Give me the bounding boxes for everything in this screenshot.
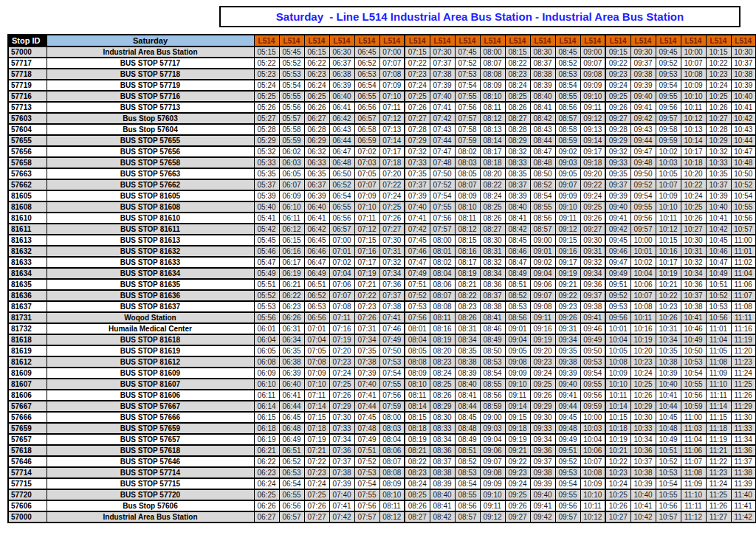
stop-id-cell: 57714 <box>8 467 47 478</box>
time-cell: 09:07 <box>580 58 605 69</box>
time-cell: 10:37 <box>706 179 731 190</box>
time-cell: 11:40 <box>731 489 756 500</box>
time-cell: 10:57 <box>731 224 756 235</box>
page-title: Saturday - Line L514 Industrial Area Bus… <box>276 10 684 23</box>
time-cell: 09:40 <box>555 379 580 390</box>
time-cell: 06:47 <box>304 257 329 268</box>
time-cell: 07:35 <box>405 168 430 179</box>
time-cell: 08:59 <box>480 401 505 412</box>
time-cell: 07:34 <box>329 434 354 445</box>
table-row: 81611BUS STOP 8161105:4206:1206:4206:570… <box>8 224 756 235</box>
table-row: 57719BUS STOP 5771905:2405:5406:2406:390… <box>8 80 756 91</box>
time-cell: 07:13 <box>379 124 405 135</box>
time-cell: 11:00 <box>731 235 756 246</box>
time-cell: 08:40 <box>455 379 480 390</box>
time-cell: 06:23 <box>279 301 304 312</box>
time-cell: 11:23 <box>706 467 731 478</box>
time-cell: 11:19 <box>706 434 731 445</box>
line-header: L514 <box>430 35 455 46</box>
time-cell: 06:42 <box>329 113 354 124</box>
time-cell: 08:11 <box>455 213 480 224</box>
table-row: 57656BUS STOP 5765605:3206:0206:3206:470… <box>8 146 756 157</box>
time-cell: 06:54 <box>354 80 379 91</box>
time-cell: 06:29 <box>304 135 329 146</box>
time-cell: 07:11 <box>379 102 405 113</box>
table-row: 81609BUS STOP 8160906:0906:3907:0907:240… <box>8 368 756 379</box>
time-cell: 09:27 <box>580 224 605 235</box>
time-cell: 08:27 <box>480 224 505 235</box>
time-cell: 08:22 <box>505 58 530 69</box>
stop-name-cell: BUS STOP 57714 <box>47 467 254 478</box>
time-cell: 07:44 <box>354 401 379 412</box>
time-cell: 09:59 <box>580 401 605 412</box>
line-header: L514 <box>630 35 656 46</box>
time-cell: 06:37 <box>329 58 354 69</box>
stop-name-cell: BUS STOP 81608 <box>47 201 254 213</box>
time-cell: 05:32 <box>254 146 279 157</box>
time-cell: 06:40 <box>279 379 304 390</box>
time-cell: 06:51 <box>279 445 304 456</box>
line-header: L514 <box>555 35 580 46</box>
time-cell: 06:34 <box>279 334 304 345</box>
time-cell: 09:34 <box>530 434 555 445</box>
time-cell: 08:24 <box>430 368 455 379</box>
time-cell: 10:08 <box>681 69 706 80</box>
time-cell: 11:23 <box>731 356 756 368</box>
table-row: 81632BUS STOP 8163205:4606:1606:4607:010… <box>8 246 756 257</box>
time-cell: 10:15 <box>656 235 681 246</box>
time-cell: 08:01 <box>430 246 455 257</box>
time-cell: 11:11 <box>681 500 706 511</box>
time-cell: 11:14 <box>706 401 731 412</box>
time-cell: 10:36 <box>681 279 706 290</box>
time-cell: 11:01 <box>731 246 756 257</box>
time-cell: 11:21 <box>706 445 731 456</box>
time-cell: 09:41 <box>580 312 605 323</box>
time-cell: 09:54 <box>555 478 580 489</box>
time-cell: 07:52 <box>354 456 379 467</box>
time-cell: 11:04 <box>681 434 706 445</box>
time-cell: 08:30 <box>480 235 505 246</box>
time-cell: 10:14 <box>605 401 630 412</box>
time-cell: 07:36 <box>329 445 354 456</box>
table-row: 81636BUS STOP 8163605:5206:2206:5207:070… <box>8 290 756 301</box>
stop-name-cell: Woqod Station <box>47 312 254 323</box>
time-cell: 11:09 <box>706 368 731 379</box>
time-cell: 06:53 <box>354 69 379 80</box>
time-cell: 06:37 <box>304 179 329 190</box>
time-cell: 07:33 <box>329 423 354 434</box>
time-cell: 07:40 <box>405 201 430 213</box>
time-cell: 07:23 <box>304 467 329 478</box>
time-cell: 10:10 <box>656 201 681 213</box>
time-cell: 10:38 <box>681 301 706 312</box>
time-cell: 06:55 <box>354 91 379 102</box>
time-cell: 10:43 <box>731 124 756 135</box>
time-cell: 05:35 <box>254 168 279 179</box>
time-cell: 07:26 <box>405 102 430 113</box>
time-cell: 08:22 <box>480 179 505 190</box>
time-cell: 07:10 <box>304 379 329 390</box>
table-row: 81606BUS STOP 8160606:1106:4107:1107:260… <box>8 390 756 401</box>
timetable: Stop ID Saturday L514L514L514L514L514L51… <box>7 34 756 523</box>
time-cell: 10:50 <box>681 345 706 356</box>
time-cell: 09:41 <box>555 390 580 401</box>
time-cell: 08:35 <box>505 168 530 179</box>
time-cell: 06:53 <box>279 467 304 478</box>
time-cell: 10:39 <box>706 190 731 201</box>
time-cell: 09:35 <box>555 345 580 356</box>
time-cell: 09:51 <box>555 445 580 456</box>
stop-id-cell: 81731 <box>8 312 47 323</box>
table-row: 57714BUS STOP 5771406:2306:5307:2307:380… <box>8 467 756 478</box>
time-cell: 05:28 <box>254 124 279 135</box>
time-cell: 07:40 <box>430 91 455 102</box>
time-cell: 11:39 <box>731 478 756 489</box>
time-cell: 06:24 <box>304 80 329 91</box>
time-cell: 08:34 <box>430 434 455 445</box>
line-header: L514 <box>304 35 329 46</box>
time-cell: 08:41 <box>430 500 455 511</box>
time-cell: 08:57 <box>530 224 555 235</box>
time-cell: 07:51 <box>405 279 430 290</box>
stop-id-cell: 81732 <box>8 323 47 334</box>
time-cell: 06:23 <box>254 467 279 478</box>
time-cell: 07:38 <box>354 356 379 368</box>
time-cell: 07:42 <box>329 511 354 523</box>
